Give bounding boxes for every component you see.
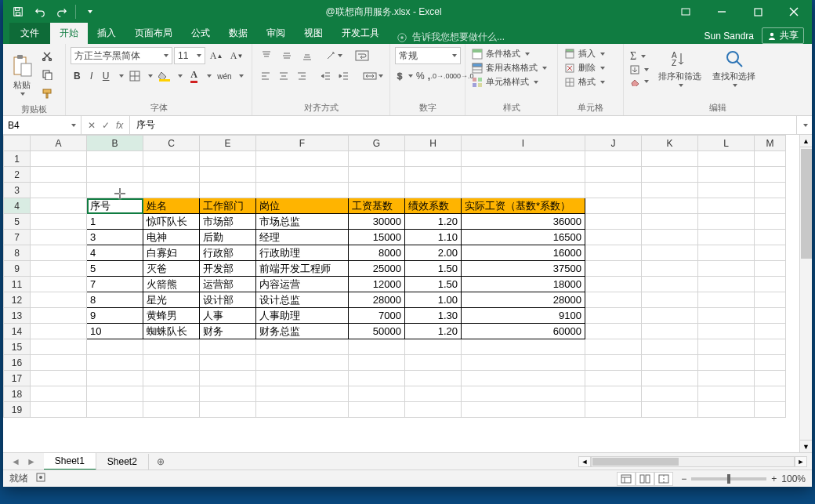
decrease-font-icon[interactable]: A▼ xyxy=(227,47,246,64)
cell-E18[interactable] xyxy=(200,386,256,402)
cell-H18[interactable] xyxy=(405,386,462,402)
cell-F13[interactable]: 人事助理 xyxy=(256,308,349,324)
cell-I2[interactable] xyxy=(462,167,585,183)
new-sheet-button[interactable]: ⊕ xyxy=(149,455,172,469)
cell-I8[interactable]: 16000 xyxy=(462,245,585,261)
cell-L15[interactable] xyxy=(698,339,755,355)
cell-H7[interactable]: 1.10 xyxy=(405,230,462,245)
save-icon[interactable] xyxy=(8,2,28,22)
cell-G7[interactable]: 15000 xyxy=(349,230,405,245)
cell-I11[interactable]: 18000 xyxy=(462,277,585,292)
cell-L5[interactable] xyxy=(698,214,755,230)
cell-B13[interactable]: 9 xyxy=(87,308,143,324)
cell-E1[interactable] xyxy=(200,151,256,167)
cell-F8[interactable]: 行政助理 xyxy=(256,245,349,261)
tab-developer[interactable]: 开发工具 xyxy=(332,23,389,44)
cell-styles-button[interactable]: 单元格样式 xyxy=(470,75,552,89)
cell-H9[interactable]: 1.50 xyxy=(405,261,462,277)
view-page-break-icon[interactable] xyxy=(654,472,673,486)
cell-H3[interactable] xyxy=(405,183,462,198)
cell-C13[interactable]: 黄蜂男 xyxy=(143,308,200,324)
cell-J11[interactable] xyxy=(585,277,642,292)
cell-E7[interactable]: 后勤 xyxy=(200,230,256,245)
cell-B19[interactable] xyxy=(87,402,143,418)
percent-icon[interactable]: % xyxy=(415,67,426,85)
vertical-scrollbar[interactable]: ▲▼ xyxy=(799,135,812,452)
cell-H14[interactable]: 1.20 xyxy=(405,324,462,339)
row-header-17[interactable]: 17 xyxy=(4,371,31,386)
cell-A16[interactable] xyxy=(31,355,87,371)
cell-M5[interactable] xyxy=(755,214,786,230)
cell-G15[interactable] xyxy=(349,339,405,355)
cell-L14[interactable] xyxy=(698,324,755,339)
borders-more-icon[interactable] xyxy=(143,67,155,85)
col-header-E[interactable]: E xyxy=(200,136,256,151)
cell-A4[interactable] xyxy=(31,198,87,214)
cell-E4[interactable]: 工作部门 xyxy=(200,198,256,214)
cell-J18[interactable] xyxy=(585,386,642,402)
cell-K13[interactable] xyxy=(642,308,698,324)
tab-file[interactable]: 文件 xyxy=(9,23,50,44)
view-normal-icon[interactable] xyxy=(617,472,636,486)
align-bottom-icon[interactable] xyxy=(298,47,317,64)
row-header-4[interactable]: 4 xyxy=(4,198,31,214)
font-size-dropdown[interactable]: 11 xyxy=(174,47,205,64)
cell-G16[interactable] xyxy=(349,355,405,371)
cell-E9[interactable]: 开发部 xyxy=(200,261,256,277)
cell-K11[interactable] xyxy=(642,277,698,292)
cell-M2[interactable] xyxy=(755,167,786,183)
tab-layout[interactable]: 页面布局 xyxy=(125,23,182,44)
cell-A12[interactable] xyxy=(31,292,87,308)
cell-L19[interactable] xyxy=(698,402,755,418)
cell-A3[interactable] xyxy=(31,183,87,198)
cell-E2[interactable] xyxy=(200,167,256,183)
cell-E11[interactable]: 运营部 xyxy=(200,277,256,292)
formula-input[interactable]: 序号 xyxy=(130,116,796,134)
undo-icon[interactable] xyxy=(30,2,50,22)
cut-icon[interactable] xyxy=(38,47,56,64)
col-header-J[interactable]: J xyxy=(585,136,642,151)
number-format-dropdown[interactable]: 常规 xyxy=(395,47,461,64)
cell-E12[interactable]: 设计部 xyxy=(200,292,256,308)
cell-B7[interactable]: 3 xyxy=(87,230,143,245)
hscroll-right-icon[interactable]: ► xyxy=(795,456,807,467)
cell-J1[interactable] xyxy=(585,151,642,167)
cell-I12[interactable]: 28000 xyxy=(462,292,585,308)
cell-K1[interactable] xyxy=(642,151,698,167)
cell-K16[interactable] xyxy=(642,355,698,371)
ribbon-display-icon[interactable] xyxy=(668,0,704,24)
cell-A17[interactable] xyxy=(31,371,87,386)
cell-E15[interactable] xyxy=(200,339,256,355)
row-header-19[interactable]: 19 xyxy=(4,402,31,418)
sheet-tab-2[interactable]: Sheet2 xyxy=(96,454,149,470)
cell-F5[interactable]: 市场总监 xyxy=(256,214,349,230)
cell-F17[interactable] xyxy=(256,371,349,386)
minimize-button[interactable] xyxy=(704,0,740,24)
cell-A2[interactable] xyxy=(31,167,87,183)
cell-K2[interactable] xyxy=(642,167,698,183)
cell-G2[interactable] xyxy=(349,167,405,183)
cell-G5[interactable]: 30000 xyxy=(349,214,405,230)
bold-button[interactable]: B xyxy=(71,67,83,85)
row-header-14[interactable]: 14 xyxy=(4,324,31,339)
cell-L12[interactable] xyxy=(698,292,755,308)
cell-K3[interactable] xyxy=(642,183,698,198)
cell-A8[interactable] xyxy=(31,245,87,261)
qat-customize-icon[interactable] xyxy=(79,2,100,22)
merge-center-icon[interactable] xyxy=(361,67,385,85)
cell-I4[interactable]: 实际工资（基数*系数） xyxy=(462,198,585,214)
hscroll-left-icon[interactable]: ◄ xyxy=(578,456,591,467)
redo-icon[interactable] xyxy=(52,2,72,22)
align-top-icon[interactable] xyxy=(257,47,276,64)
cell-L1[interactable] xyxy=(698,151,755,167)
cell-J15[interactable] xyxy=(585,339,642,355)
cell-M3[interactable] xyxy=(755,183,786,198)
cell-M14[interactable] xyxy=(755,324,786,339)
cell-M11[interactable] xyxy=(755,277,786,292)
cell-K7[interactable] xyxy=(642,230,698,245)
col-header-F[interactable]: F xyxy=(256,136,349,151)
macro-record-icon[interactable] xyxy=(36,473,45,484)
row-header-2[interactable]: 2 xyxy=(4,167,31,183)
cell-H2[interactable] xyxy=(405,167,462,183)
cell-B1[interactable] xyxy=(87,151,143,167)
